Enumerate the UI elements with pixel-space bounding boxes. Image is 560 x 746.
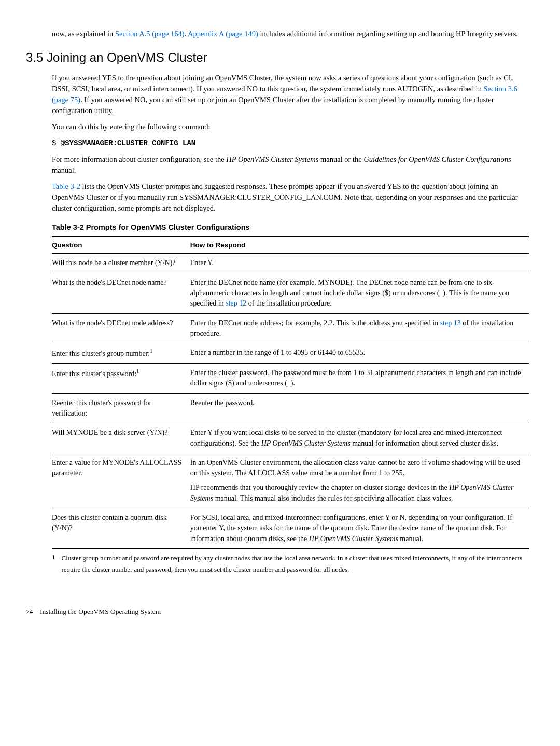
col-header-respond: How to Respond <box>190 237 529 254</box>
response-cell: For SCSI, local area, and mixed-intercon… <box>190 508 529 549</box>
link-appendix-a[interactable]: Appendix A (page 149) <box>188 30 258 38</box>
manual-title: Guidelines for OpenVMS Cluster Configura… <box>363 155 511 163</box>
section-p4: Table 3-2 lists the OpenVMS Cluster prom… <box>52 181 529 214</box>
response-cell: Enter Y. <box>190 254 529 273</box>
footnote-number: 1 <box>52 552 55 575</box>
text: lists the OpenVMS Cluster prompts and su… <box>52 182 518 212</box>
footnote-text: Cluster group number and password are re… <box>62 552 529 575</box>
link-step-12[interactable]: step 12 <box>226 299 246 307</box>
text: manual or the <box>318 155 363 163</box>
footnote: 1 Cluster group number and password are … <box>52 549 529 575</box>
link-section-a5[interactable]: Section A.5 (page 164) <box>115 30 185 38</box>
footnote-ref: 1 <box>136 368 139 374</box>
cluster-prompts-table: Question How to Respond Will this node b… <box>52 236 529 549</box>
text: In an OpenVMS Cluster environment, the a… <box>190 458 524 479</box>
table-row: Reenter this cluster's password for veri… <box>52 393 529 423</box>
table-row: What is the node's DECnet node address? … <box>52 313 529 343</box>
intro-continuation: now, as explained in Section A.5 (page 1… <box>52 29 529 39</box>
text: manual for information about served clus… <box>351 439 498 447</box>
table-row: What is the node's DECnet node name? Ent… <box>52 273 529 313</box>
text: HP recommends that you thoroughly review… <box>190 482 524 504</box>
link-step-13[interactable]: step 13 <box>440 319 461 327</box>
question-cell: Will MYNODE be a disk server (Y/N)? <box>52 423 190 453</box>
response-cell: Enter the cluster password. The password… <box>190 364 529 394</box>
question-cell: Will this node be a cluster member (Y/N)… <box>52 254 190 273</box>
question-cell: Enter a value for MYNODE's ALLOCLASS par… <box>52 453 190 508</box>
command-line: $ @SYS$MANAGER:CLUSTER_CONFIG_LAN <box>52 137 529 148</box>
table-row: Will MYNODE be a disk server (Y/N)? Ente… <box>52 423 529 453</box>
table-row: Does this cluster contain a quorum disk … <box>52 508 529 549</box>
text: Enter this cluster's group number: <box>52 350 150 357</box>
question-cell: What is the node's DECnet node address? <box>52 313 190 343</box>
text: manual. This manual also includes the ru… <box>213 494 453 502</box>
table-row: Enter this cluster's group number:1 Ente… <box>52 343 529 364</box>
text: of the installation procedure. <box>246 299 331 307</box>
text: Enter the DECnet node address; for examp… <box>190 319 440 327</box>
response-cell: Enter Y if you want local disks to be se… <box>190 423 529 453</box>
text: includes additional information regardin… <box>258 30 518 38</box>
response-cell: In an OpenVMS Cluster environment, the a… <box>190 453 529 508</box>
question-cell: Reenter this cluster's password for veri… <box>52 393 190 423</box>
section-p2: You can do this by entering the followin… <box>52 121 529 132</box>
footer-title: Installing the OpenVMS Operating System <box>40 607 161 615</box>
text: manual. <box>52 166 76 174</box>
response-cell: Enter the DECnet node address; for examp… <box>190 313 529 343</box>
text: now, as explained in <box>52 30 115 38</box>
page-footer: 74 Installing the OpenVMS Operating Syst… <box>26 606 529 617</box>
question-cell: Enter this cluster's group number:1 <box>52 343 190 364</box>
response-cell: Reenter the password. <box>190 393 529 423</box>
table-row: Will this node be a cluster member (Y/N)… <box>52 254 529 273</box>
section-p3: For more information about cluster confi… <box>52 154 529 176</box>
manual-title: HP OpenVMS Cluster Systems <box>309 535 398 543</box>
col-header-question: Question <box>52 237 190 254</box>
page-number: 74 <box>26 607 33 615</box>
question-cell: What is the node's DECnet node name? <box>52 273 190 313</box>
manual-title: HP OpenVMS Cluster Systems <box>261 439 351 447</box>
text: . If you answered NO, you can still set … <box>52 95 494 115</box>
text: manual. <box>398 535 423 543</box>
command-text: @SYS$MANAGER:CLUSTER_CONFIG_LAN <box>61 139 195 147</box>
response-cell: Enter the DECnet node name (for example,… <box>190 273 529 313</box>
table-row: Enter a value for MYNODE's ALLOCLASS par… <box>52 453 529 508</box>
footnote-ref: 1 <box>150 348 152 354</box>
text: For more information about cluster confi… <box>52 155 226 163</box>
table-caption: Table 3-2 Prompts for OpenVMS Cluster Co… <box>52 222 529 233</box>
question-cell: Enter this cluster's password:1 <box>52 364 190 394</box>
response-cell: Enter a number in the range of 1 to 4095… <box>190 343 529 364</box>
section-p1: If you answered YES to the question abou… <box>52 73 529 116</box>
text: HP recommends that you thoroughly review… <box>190 483 449 491</box>
shell-prompt: $ <box>52 139 61 147</box>
link-table-3-2[interactable]: Table 3-2 <box>52 182 80 190</box>
question-cell: Does this cluster contain a quorum disk … <box>52 508 190 549</box>
text: If you answered YES to the question abou… <box>52 74 513 93</box>
text: Enter this cluster's password: <box>52 370 136 378</box>
section-heading: 3.5 Joining an OpenVMS Cluster <box>26 49 529 67</box>
table-row: Enter this cluster's password:1 Enter th… <box>52 364 529 394</box>
manual-title: HP OpenVMS Cluster Systems <box>226 155 318 163</box>
